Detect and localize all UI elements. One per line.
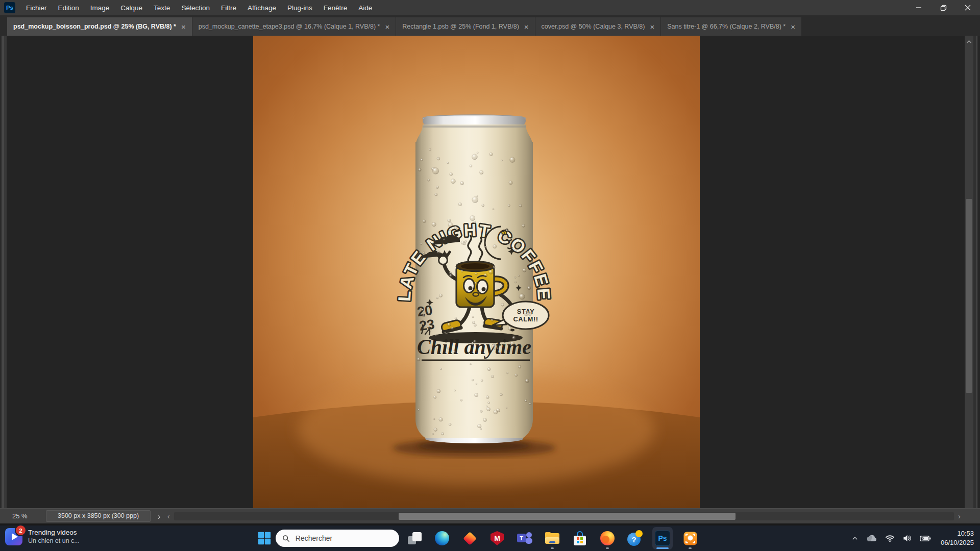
tab-cover[interactable]: cover.psd @ 50% (Calque 3, RVB/8) ×: [535, 17, 661, 36]
widgets-button[interactable]: 2 Trending videos Un chien et un c...: [5, 528, 80, 545]
restore-icon: [940, 5, 947, 11]
taskbar-app-edge[interactable]: [432, 527, 452, 549]
menu-affichage[interactable]: Affichage: [242, 4, 282, 12]
taskbar-app-task-view[interactable]: [404, 527, 425, 549]
tab-label: Rectangle 1.psb @ 25% (Fond 1, RVB/8): [402, 23, 519, 30]
taskbar-app-game-diamond[interactable]: [459, 527, 480, 549]
battery-icon[interactable]: [920, 535, 931, 542]
close-icon: [965, 5, 971, 11]
photoshop-icon: Ps: [655, 531, 670, 546]
menu-texte[interactable]: Texte: [148, 4, 176, 12]
photoshop-logo-icon: Ps: [4, 2, 15, 13]
minimize-button[interactable]: [906, 0, 931, 15]
widget-title: Trending videos: [28, 529, 80, 537]
minimize-icon: [916, 5, 922, 11]
taskbar-app-get-help[interactable]: ?: [625, 527, 645, 549]
taskbar-app-teams[interactable]: T: [514, 527, 535, 549]
notification-badge: 2: [15, 524, 27, 536]
active-app-indicator: [656, 547, 669, 549]
tab-close-icon[interactable]: ×: [524, 23, 529, 31]
start-button[interactable]: [254, 527, 275, 549]
tab-close-icon[interactable]: ×: [650, 23, 654, 31]
horizontal-scrollbar[interactable]: [174, 512, 954, 520]
document-tab-bar: psd_mockup_boisson_prod.psd @ 25% (BG, R…: [0, 15, 980, 36]
menu-filtre[interactable]: Filtre: [215, 4, 242, 12]
menu-calque[interactable]: Calque: [115, 4, 148, 12]
tab-label: psd_mockup_boisson_prod.psd @ 25% (BG, R…: [13, 23, 176, 30]
svg-text:23: 23: [418, 316, 435, 334]
menu-aide[interactable]: Aide: [353, 4, 378, 12]
widgets-icon: 2: [5, 528, 22, 545]
taskbar-app-photoshop[interactable]: Ps: [652, 527, 673, 549]
tab-rectangle-1[interactable]: Rectangle 1.psb @ 25% (Fond 1, RVB/8) ×: [396, 17, 534, 36]
taskbar-app-file-explorer[interactable]: [542, 527, 562, 549]
onedrive-icon[interactable]: [866, 535, 877, 542]
status-popup-chevron-icon[interactable]: ›: [158, 511, 160, 521]
firefox-icon: [600, 531, 615, 545]
document-canvas[interactable]: LATE NIGHT COFFEE: [253, 36, 700, 508]
scroll-right-icon[interactable]: ›: [956, 512, 963, 520]
edge-icon: [435, 531, 449, 545]
widget-subtitle: Un chien et un c...: [28, 537, 80, 545]
running-indicator: [551, 547, 554, 549]
diamond-icon: [462, 531, 477, 545]
can-mockup-image: LATE NIGHT COFFEE: [253, 36, 700, 508]
menu-selection[interactable]: Sélection: [176, 4, 215, 12]
titlebar: Ps Fichier Edition Image Calque Texte Sé…: [0, 0, 980, 15]
restore-button[interactable]: [931, 0, 955, 15]
vertical-scrollbar[interactable]: [965, 36, 973, 508]
running-indicator: [606, 547, 609, 549]
taskbar-app-firefox[interactable]: [597, 527, 618, 549]
tab-label: cover.psd @ 50% (Calque 3, RVB/8): [542, 23, 645, 30]
search-icon: [282, 534, 290, 543]
taskbar-app-screen-capture[interactable]: [680, 527, 700, 549]
close-button[interactable]: [955, 0, 980, 15]
menu-fenetre[interactable]: Fenêtre: [318, 4, 353, 12]
running-indicator: [689, 547, 692, 549]
volume-icon[interactable]: [902, 534, 912, 542]
scroll-left-icon[interactable]: ‹: [165, 512, 172, 520]
taskbar-clock[interactable]: 10:53 06/10/2025: [941, 529, 974, 547]
taskbar-app-mcafee[interactable]: M: [487, 527, 507, 549]
help-icon: ?: [627, 531, 643, 546]
tab-label: Sans titre-1 @ 66,7% (Calque 2, RVB/8) *: [667, 23, 786, 30]
wifi-icon[interactable]: [885, 534, 895, 542]
search-input[interactable]: [295, 534, 393, 543]
tab-psd-mockup-boisson-prod[interactable]: psd_mockup_boisson_prod.psd @ 25% (BG, R…: [7, 17, 192, 36]
scroll-up-icon[interactable]: [966, 40, 972, 44]
vertical-scroll-thumb[interactable]: [966, 199, 972, 393]
zoom-level-field[interactable]: 25 %: [12, 512, 39, 520]
windows-logo-icon: [258, 532, 271, 545]
tab-close-icon[interactable]: ×: [791, 23, 795, 31]
horizontal-scroll-thumb[interactable]: [399, 513, 736, 520]
document-info-field[interactable]: 3500 px x 3850 px (300 ppp): [46, 510, 151, 522]
menu-plugins[interactable]: Plug-ins: [282, 4, 318, 12]
tab-close-icon[interactable]: ×: [385, 23, 389, 31]
taskbar-app-microsoft-store[interactable]: [570, 527, 590, 549]
status-bar: 25 % 3500 px x 3850 px (300 ppp) › ‹ ›: [0, 508, 980, 523]
menu-bar: Fichier Edition Image Calque Texte Sélec…: [20, 4, 378, 12]
left-panel-edge: [0, 36, 7, 508]
screen-capture-icon: [683, 532, 697, 545]
menu-image[interactable]: Image: [85, 4, 115, 12]
tab-label: psd_mockup_canette_etape3.psd @ 16,7% (C…: [199, 23, 380, 30]
clock-time: 10:53: [941, 529, 974, 538]
mcafee-shield-icon: M: [491, 531, 504, 545]
tab-psd-mockup-canette-etape3[interactable]: psd_mockup_canette_etape3.psd @ 16,7% (C…: [192, 17, 396, 36]
statusbar-corner: [963, 509, 980, 524]
tab-close-icon[interactable]: ×: [181, 23, 186, 31]
teams-icon: T: [517, 531, 532, 545]
svg-text:CALM!!: CALM!!: [513, 315, 538, 323]
hidden-icons-chevron[interactable]: [851, 535, 859, 541]
tab-sans-titre-1[interactable]: Sans titre-1 @ 66,7% (Calque 2, RVB/8) *…: [661, 17, 801, 36]
taskbar: 2 Trending videos Un chien et un c...: [0, 525, 980, 551]
clock-date: 06/10/2025: [941, 538, 974, 547]
window-right-edge: [973, 36, 980, 508]
task-view-icon: [407, 531, 422, 546]
file-explorer-icon: [545, 532, 560, 544]
menu-fichier[interactable]: Fichier: [20, 4, 53, 12]
menu-edition[interactable]: Edition: [53, 4, 85, 12]
canvas-workspace: LATE NIGHT COFFEE: [0, 36, 980, 508]
microsoft-store-icon: [573, 531, 586, 545]
taskbar-search[interactable]: [276, 530, 399, 547]
